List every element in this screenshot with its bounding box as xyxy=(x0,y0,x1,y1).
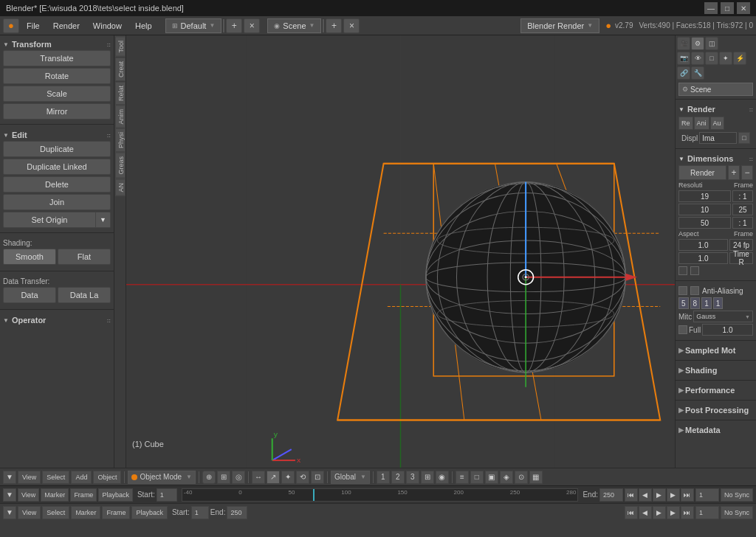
nosync-button[interactable]: No Sync xyxy=(721,488,753,502)
proportional-btn[interactable]: ◎ xyxy=(232,471,245,484)
status-end-field[interactable]: 250 xyxy=(227,506,247,519)
transform-mode-btn5[interactable]: ⊡ xyxy=(311,471,324,484)
transform-mode-btn3[interactable]: ✦ xyxy=(281,471,295,484)
minimize-button[interactable]: — xyxy=(704,2,718,14)
an-tab[interactable]: AN xyxy=(115,179,126,196)
status-icon[interactable]: ▼ xyxy=(3,506,16,519)
crop-checkbox[interactable] xyxy=(690,266,699,275)
status-frame-btn[interactable]: Frame xyxy=(102,506,130,519)
aa-checkbox[interactable] xyxy=(678,286,687,295)
operator-header[interactable]: ▼ Operator :: xyxy=(3,314,111,326)
status-marker-btn[interactable]: Marker xyxy=(71,506,100,519)
status-select-btn[interactable]: Select xyxy=(42,506,69,519)
scene-close-button[interactable]: × xyxy=(343,18,360,33)
status-jump-start[interactable]: ⏮ xyxy=(625,506,638,519)
global-selector[interactable]: Global ▼ xyxy=(331,471,370,484)
status-current-frame[interactable]: 1 xyxy=(695,506,719,519)
render-section-header[interactable]: ▼ Render :: xyxy=(678,103,753,115)
layer-btn2[interactable]: 2 xyxy=(391,471,405,484)
status-start-field[interactable]: 1 xyxy=(191,506,209,519)
scene-icon-tab[interactable]: ⚙ xyxy=(691,37,704,50)
sampled-motion-header[interactable]: ▶ Sampled Mot xyxy=(678,344,753,356)
render-size-minus[interactable]: − xyxy=(741,165,753,180)
edit-header[interactable]: ▼ Edit :: xyxy=(3,129,111,141)
eye-icon[interactable]: 👁 xyxy=(691,52,704,65)
timeline-view-btn[interactable]: View xyxy=(18,488,39,502)
cube-icon[interactable]: □ xyxy=(705,52,718,65)
shading-collapse-header[interactable]: ▶ Shading xyxy=(678,364,753,376)
status-nosync[interactable]: No Sync xyxy=(721,506,753,519)
modifier-icon[interactable]: 🔧 xyxy=(691,66,704,80)
viewport-extra-btn[interactable]: ▦ xyxy=(529,471,543,484)
performance-header[interactable]: ▶ Performance xyxy=(678,384,753,396)
res-pct-field[interactable]: 50 xyxy=(678,217,731,229)
layer-btn4[interactable]: ⊞ xyxy=(421,471,434,484)
jump-start-btn[interactable]: ⏮ xyxy=(625,488,638,502)
render-engine-selector[interactable]: Blender Render ▼ xyxy=(520,18,599,33)
particle-icon[interactable]: ✦ xyxy=(719,52,732,65)
data-button[interactable]: Data xyxy=(3,287,56,303)
frame-start-field[interactable]: : 1 xyxy=(732,190,753,202)
res-x-field[interactable]: 19 xyxy=(678,190,731,202)
workspace-add-button[interactable]: + xyxy=(226,18,242,33)
full-value[interactable]: 1.0 xyxy=(702,324,753,336)
render-layers-tab[interactable]: ◫ xyxy=(705,37,718,50)
render-size-button[interactable]: Render xyxy=(678,165,726,180)
transform-mode-btn1[interactable]: ↔ xyxy=(252,471,265,484)
jump-end-btn[interactable]: ⏭ xyxy=(681,488,694,502)
timeline-bar[interactable]: -40 0 50 100 150 200 250 280 xyxy=(182,488,579,502)
smooth-button[interactable]: Smooth xyxy=(3,249,56,265)
select-button[interactable]: Select xyxy=(42,471,69,484)
set-origin-button[interactable]: Set Origin xyxy=(3,212,96,228)
status-next[interactable]: ▶ xyxy=(667,506,680,519)
metadata-header[interactable]: ▶ Metadata xyxy=(678,424,753,436)
timeline-menu-icon[interactable]: ▼ xyxy=(3,488,16,502)
aspect-x-field[interactable]: 1.0 xyxy=(678,239,728,251)
status-play[interactable]: ▶ xyxy=(653,506,666,519)
translate-button[interactable]: Translate xyxy=(3,50,111,66)
add-button[interactable]: Add xyxy=(71,471,92,484)
file-menu[interactable]: File xyxy=(21,18,46,33)
sample-8[interactable]: 8 xyxy=(690,297,701,309)
set-origin-dropdown[interactable]: ▼ xyxy=(96,212,111,228)
data-la-button[interactable]: Data La xyxy=(58,287,111,303)
status-prev[interactable]: ◀ xyxy=(639,506,652,519)
full-checkbox[interactable] xyxy=(678,325,687,334)
viewport-menu-icon[interactable]: ▼ xyxy=(3,471,16,484)
window-menu[interactable]: Window xyxy=(87,18,128,33)
timeline-frame-btn[interactable]: Frame xyxy=(70,488,97,502)
prev-frame-btn[interactable]: ◀ xyxy=(639,488,652,502)
tool-tab[interactable]: Tool xyxy=(115,37,126,57)
displ-icon-btn[interactable]: □ xyxy=(738,132,750,144)
transform-header[interactable]: ▼ Transform :: xyxy=(3,38,111,50)
timeline-marker-btn[interactable]: Marker xyxy=(41,488,69,502)
render-mode-btn4[interactable]: ◈ xyxy=(500,471,513,484)
relation-tab[interactable]: Relat xyxy=(115,82,126,105)
flat-button[interactable]: Flat xyxy=(58,249,111,265)
viewport-overlay-btn[interactable]: ⊕ xyxy=(202,471,216,484)
next-frame-btn[interactable]: ▶ xyxy=(667,488,680,502)
frame-end-field[interactable]: 25 xyxy=(732,204,753,215)
audio-button[interactable]: Au xyxy=(710,117,724,130)
render-menu[interactable]: Render xyxy=(47,18,86,33)
mode-selector[interactable]: Object Mode ▼ xyxy=(128,471,196,484)
current-frame-field[interactable]: 1 xyxy=(695,488,719,502)
time-remap-field[interactable]: Time R xyxy=(729,252,753,264)
sample-1a[interactable]: 1 xyxy=(701,297,712,309)
dimensions-header[interactable]: ▼ Dimensions :: xyxy=(678,153,753,164)
aa-checkbox2[interactable] xyxy=(690,286,699,295)
mitc-dropdown[interactable]: Gauss ▼ xyxy=(693,311,753,322)
status-playback-btn[interactable]: Playback xyxy=(131,506,168,519)
layer-btn1[interactable]: 1 xyxy=(377,471,390,484)
border-checkbox[interactable] xyxy=(678,266,687,275)
physics-tab[interactable]: Physi xyxy=(115,128,126,152)
sample-1b[interactable]: 1 xyxy=(713,297,724,309)
timeline-playback-btn[interactable]: Playback xyxy=(98,488,133,502)
render-mode-btn5[interactable]: ⊙ xyxy=(515,471,528,484)
join-button[interactable]: Join xyxy=(3,194,111,210)
transform-mode-btn4[interactable]: ⟲ xyxy=(296,471,309,484)
duplicate-button[interactable]: Duplicate xyxy=(3,141,111,157)
cam-icon[interactable]: 📷 xyxy=(677,52,690,65)
status-jump-end[interactable]: ⏭ xyxy=(681,506,694,519)
scene-name-box[interactable]: ⚙ Scene xyxy=(678,83,753,96)
